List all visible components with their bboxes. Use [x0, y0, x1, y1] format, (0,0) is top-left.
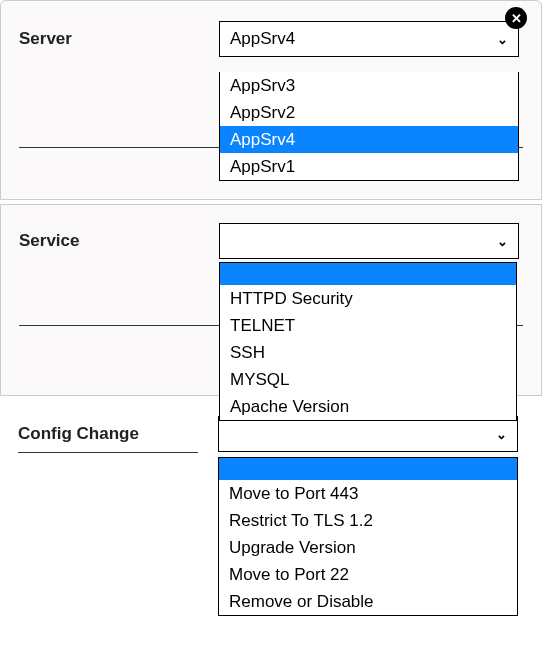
server-option[interactable]: AppSrv1: [220, 153, 518, 180]
service-option[interactable]: SSH: [220, 339, 516, 366]
server-option[interactable]: AppSrv4: [220, 126, 518, 153]
server-dropdown[interactable]: AppSrv3 AppSrv2 AppSrv4 AppSrv1: [219, 72, 519, 181]
config-change-option[interactable]: Move to Port 443: [219, 480, 517, 507]
chevron-down-icon: ⌄: [497, 32, 508, 47]
service-select[interactable]: ⌄: [219, 223, 519, 259]
service-control: ⌄: [219, 223, 523, 259]
config-change-row: Config Change ⌄: [18, 416, 524, 453]
config-change-option[interactable]: Remove or Disable: [219, 588, 517, 615]
server-option[interactable]: AppSrv3: [220, 72, 518, 99]
chevron-down-icon: ⌄: [496, 427, 507, 442]
server-option[interactable]: AppSrv2: [220, 99, 518, 126]
service-option[interactable]: Apache Version: [220, 393, 516, 420]
config-change-control: ⌄: [218, 416, 524, 452]
service-label: Service: [19, 223, 219, 251]
config-change-section: Config Change ⌄ Move to Port 443 Restric…: [0, 400, 542, 622]
divider: [18, 452, 198, 453]
server-label: Server: [19, 21, 219, 49]
config-change-option[interactable]: Move to Port 22: [219, 561, 517, 588]
server-select[interactable]: AppSrv4 ⌄: [219, 21, 519, 57]
service-option[interactable]: HTTPD Security: [220, 285, 516, 312]
service-option[interactable]: TELNET: [220, 312, 516, 339]
close-icon[interactable]: ✕: [505, 7, 527, 29]
server-row: Server AppSrv4 ⌄: [19, 21, 523, 57]
service-option[interactable]: MYSQL: [220, 366, 516, 393]
server-select-value: AppSrv4: [230, 29, 295, 49]
server-section: ✕ Server AppSrv4 ⌄ AppSrv3 AppSrv2 AppSr…: [0, 0, 542, 200]
service-section: Service ⌄ HTTPD Security TELNET SSH MYSQ…: [0, 204, 542, 396]
config-change-label-wrap: Config Change: [18, 416, 218, 453]
config-change-select[interactable]: ⌄: [218, 416, 518, 452]
config-change-label: Config Change: [18, 416, 218, 444]
chevron-down-icon: ⌄: [497, 234, 508, 249]
config-change-dropdown[interactable]: Move to Port 443 Restrict To TLS 1.2 Upg…: [218, 457, 518, 616]
service-option-blank[interactable]: [220, 263, 516, 285]
config-change-option[interactable]: Upgrade Version: [219, 534, 517, 561]
config-change-option-blank[interactable]: [219, 458, 517, 480]
service-row: Service ⌄: [19, 223, 523, 259]
config-change-option[interactable]: Restrict To TLS 1.2: [219, 507, 517, 534]
service-dropdown[interactable]: HTTPD Security TELNET SSH MYSQL Apache V…: [219, 262, 517, 421]
server-control: AppSrv4 ⌄: [219, 21, 523, 57]
